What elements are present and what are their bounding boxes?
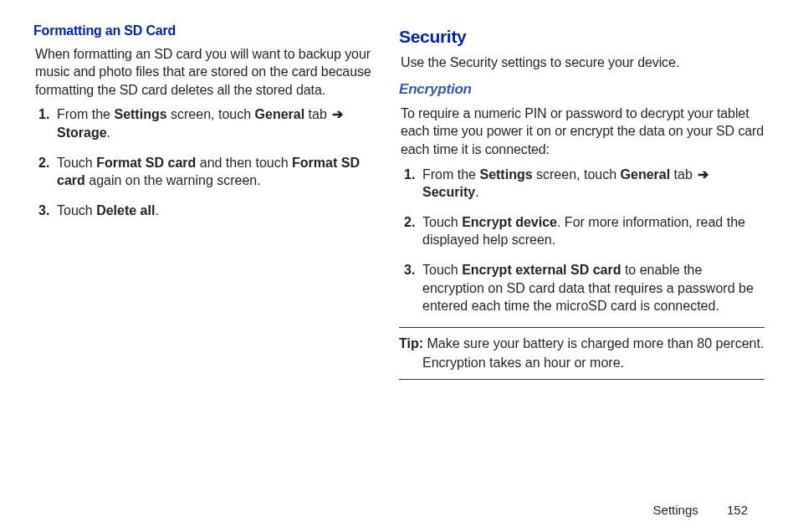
step-text: Touch Delete all. bbox=[57, 203, 159, 217]
tip-text-2: Encryption takes an hour or more. bbox=[399, 354, 765, 372]
step-item: 1.From the Settings screen, touch Genera… bbox=[57, 105, 382, 141]
step-text: Touch Encrypt device. For more informati… bbox=[422, 215, 745, 248]
step-text: Touch Format SD card and then touch Form… bbox=[57, 156, 360, 188]
step-number: 2. bbox=[38, 154, 49, 172]
step-item: 3.Touch Delete all. bbox=[57, 202, 382, 220]
bold-text: Security bbox=[422, 185, 475, 199]
bold-text: General bbox=[255, 107, 305, 121]
steps-formatting: 1.From the Settings screen, touch Genera… bbox=[33, 105, 382, 219]
footer-page-number: 152 bbox=[727, 503, 748, 517]
para-security-intro: Use the Security settings to secure your… bbox=[401, 54, 765, 72]
right-column: Security Use the Security settings to se… bbox=[399, 17, 765, 380]
tip-text-1: Make sure your battery is charged more t… bbox=[427, 336, 764, 350]
steps-encryption: 1.From the Settings screen, touch Genera… bbox=[399, 166, 765, 315]
heading-encryption: Encryption bbox=[399, 80, 765, 100]
step-number: 1. bbox=[38, 105, 49, 124]
step-text: From the Settings screen, touch General … bbox=[57, 107, 345, 140]
step-item: 2.Touch Encrypt device. For more informa… bbox=[422, 213, 765, 249]
bold-text: Delete all bbox=[96, 203, 155, 217]
bold-text: General bbox=[621, 167, 671, 182]
step-number: 3. bbox=[404, 261, 415, 279]
left-column: Formatting an SD Card When formatting an… bbox=[33, 17, 399, 380]
step-number: 2. bbox=[404, 213, 415, 232]
step-number: 3. bbox=[38, 202, 49, 220]
step-number: 1. bbox=[404, 166, 415, 184]
para-formatting-intro: When formatting an SD card you will want… bbox=[35, 45, 382, 100]
step-item: 1.From the Settings screen, touch Genera… bbox=[422, 166, 765, 202]
bold-text: Storage bbox=[57, 125, 107, 140]
bold-text: Encrypt device bbox=[462, 215, 557, 229]
step-text: From the Settings screen, touch General … bbox=[422, 167, 710, 200]
step-item: 2.Touch Format SD card and then touch Fo… bbox=[57, 154, 382, 190]
page: Formatting an SD Card When formatting an… bbox=[0, 0, 798, 532]
para-encryption-intro: To require a numeric PIN or password to … bbox=[401, 105, 765, 159]
arrow-icon: ➔ bbox=[330, 105, 345, 124]
two-column-layout: Formatting an SD Card When formatting an… bbox=[33, 17, 765, 380]
page-footer: Settings 152 bbox=[653, 502, 748, 519]
footer-section: Settings bbox=[653, 503, 698, 517]
heading-security: Security bbox=[399, 25, 765, 49]
tip-label: Tip: bbox=[399, 336, 423, 350]
step-item: 3.Touch Encrypt external SD card to enab… bbox=[422, 261, 765, 315]
bold-text: Format SD card bbox=[96, 156, 196, 170]
bold-text: Settings bbox=[114, 107, 166, 121]
step-text: Touch Encrypt external SD card to enable… bbox=[422, 263, 754, 313]
heading-formatting-sd: Formatting an SD Card bbox=[33, 22, 382, 40]
bold-text: Settings bbox=[479, 167, 532, 182]
tip-box: Tip: Make sure your battery is charged m… bbox=[399, 327, 765, 380]
bold-text: Encrypt external SD card bbox=[462, 263, 621, 277]
arrow-icon: ➔ bbox=[696, 166, 710, 184]
